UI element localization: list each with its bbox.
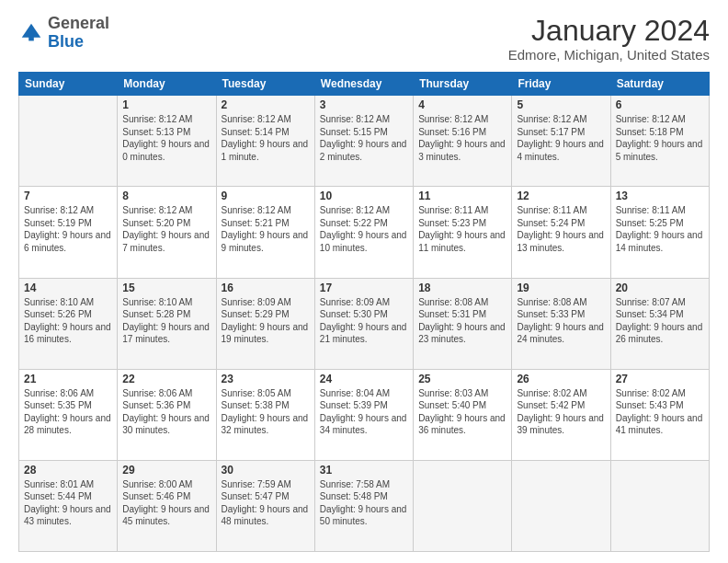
calendar-title: January 2024 [508, 15, 710, 47]
calendar-cell: 1Sunrise: 8:12 AMSunset: 5:13 PMDaylight… [118, 96, 216, 187]
daylight-text: Daylight: 9 hours and 4 minutes. [517, 138, 605, 163]
sunrise-text: Sunrise: 8:09 AM [320, 296, 408, 309]
day-number: 20 [616, 282, 704, 294]
sunrise-text: Sunrise: 8:05 AM [222, 387, 310, 400]
day-number: 19 [517, 282, 605, 294]
sunrise-text: Sunrise: 8:03 AM [418, 387, 506, 400]
sunrise-text: Sunrise: 8:11 AM [616, 204, 704, 217]
sunset-text: Sunset: 5:39 PM [320, 399, 408, 412]
sunrise-text: Sunrise: 8:12 AM [122, 113, 210, 126]
calendar-cell: 16Sunrise: 8:09 AMSunset: 5:29 PMDayligh… [216, 278, 314, 369]
daylight-text: Daylight: 9 hours and 21 minutes. [320, 321, 408, 346]
sunset-text: Sunset: 5:33 PM [517, 308, 605, 321]
daylight-text: Daylight: 9 hours and 6 minutes. [24, 229, 112, 254]
calendar-subtitle: Edmore, Michigan, United States [508, 47, 710, 63]
sunset-text: Sunset: 5:47 PM [222, 490, 310, 503]
sunrise-text: Sunrise: 8:12 AM [24, 204, 112, 217]
sunrise-text: Sunrise: 8:07 AM [616, 296, 704, 309]
day-number: 21 [24, 373, 112, 385]
daylight-text: Daylight: 9 hours and 28 minutes. [24, 412, 112, 437]
daylight-text: Daylight: 9 hours and 30 minutes. [122, 412, 210, 437]
day-number: 31 [320, 464, 408, 477]
sunset-text: Sunset: 5:29 PM [222, 308, 310, 321]
sunset-text: Sunset: 5:28 PM [122, 308, 210, 321]
calendar-week-2: 14Sunrise: 8:10 AMSunset: 5:26 PMDayligh… [19, 278, 710, 369]
logo-blue: Blue [48, 32, 84, 51]
daylight-text: Daylight: 9 hours and 5 minutes. [616, 138, 704, 163]
sunrise-text: Sunrise: 8:04 AM [320, 387, 408, 400]
sunrise-text: Sunrise: 8:09 AM [222, 296, 310, 309]
day-number: 23 [222, 373, 310, 385]
page: General Blue January 2024 Edmore, Michig… [0, 0, 728, 563]
calendar-cell: 3Sunrise: 8:12 AMSunset: 5:15 PMDaylight… [314, 96, 413, 187]
sunrise-text: Sunrise: 8:12 AM [320, 113, 408, 126]
calendar-week-0: 1Sunrise: 8:12 AMSunset: 5:13 PMDaylight… [19, 96, 710, 187]
day-number: 24 [320, 373, 408, 385]
logo: General Blue [18, 15, 109, 52]
sunrise-text: Sunrise: 8:12 AM [320, 204, 408, 217]
day-number: 16 [222, 282, 310, 294]
calendar-cell: 28Sunrise: 8:01 AMSunset: 5:44 PMDayligh… [19, 460, 118, 551]
header: General Blue January 2024 Edmore, Michig… [18, 15, 710, 63]
calendar-cell: 11Sunrise: 8:11 AMSunset: 5:23 PMDayligh… [414, 187, 512, 278]
calendar-cell: 2Sunrise: 8:12 AMSunset: 5:14 PMDaylight… [216, 96, 314, 187]
calendar-cell: 30Sunrise: 7:59 AMSunset: 5:47 PMDayligh… [216, 460, 314, 551]
day-number: 28 [24, 464, 112, 477]
sunrise-text: Sunrise: 7:58 AM [320, 478, 408, 491]
daylight-text: Daylight: 9 hours and 7 minutes. [122, 229, 210, 254]
sunset-text: Sunset: 5:13 PM [122, 126, 210, 139]
calendar-cell: 8Sunrise: 8:12 AMSunset: 5:20 PMDaylight… [118, 187, 216, 278]
day-number: 17 [320, 282, 408, 294]
sunset-text: Sunset: 5:16 PM [418, 126, 506, 139]
daylight-text: Daylight: 9 hours and 2 minutes. [320, 138, 408, 163]
sunrise-text: Sunrise: 8:06 AM [24, 387, 112, 400]
col-thursday: Thursday [414, 73, 512, 96]
sunrise-text: Sunrise: 8:12 AM [418, 113, 506, 126]
sunset-text: Sunset: 5:43 PM [616, 399, 704, 412]
day-number: 10 [320, 190, 408, 202]
sunrise-text: Sunrise: 8:12 AM [616, 113, 704, 126]
daylight-text: Daylight: 9 hours and 11 minutes. [418, 229, 506, 254]
daylight-text: Daylight: 9 hours and 1 minute. [222, 138, 310, 163]
calendar-cell: 4Sunrise: 8:12 AMSunset: 5:16 PMDaylight… [414, 96, 512, 187]
daylight-text: Daylight: 9 hours and 23 minutes. [418, 321, 506, 346]
calendar-cell: 27Sunrise: 8:02 AMSunset: 5:43 PMDayligh… [610, 369, 709, 460]
daylight-text: Daylight: 9 hours and 13 minutes. [517, 229, 605, 254]
sunrise-text: Sunrise: 8:08 AM [418, 296, 506, 309]
sunset-text: Sunset: 5:15 PM [320, 126, 408, 139]
day-number: 11 [418, 190, 506, 202]
calendar-cell: 19Sunrise: 8:08 AMSunset: 5:33 PMDayligh… [512, 278, 610, 369]
sunrise-text: Sunrise: 8:02 AM [517, 387, 605, 400]
day-number: 13 [616, 190, 704, 202]
sunset-text: Sunset: 5:26 PM [24, 308, 112, 321]
calendar-cell: 18Sunrise: 8:08 AMSunset: 5:31 PMDayligh… [414, 278, 512, 369]
daylight-text: Daylight: 9 hours and 32 minutes. [222, 412, 310, 437]
calendar-cell: 22Sunrise: 8:06 AMSunset: 5:36 PMDayligh… [118, 369, 216, 460]
calendar-cell: 17Sunrise: 8:09 AMSunset: 5:30 PMDayligh… [314, 278, 413, 369]
calendar-cell: 14Sunrise: 8:10 AMSunset: 5:26 PMDayligh… [19, 278, 118, 369]
day-number: 15 [122, 282, 210, 294]
title-block: January 2024 Edmore, Michigan, United St… [508, 15, 710, 63]
col-wednesday: Wednesday [314, 73, 413, 96]
header-row: Sunday Monday Tuesday Wednesday Thursday… [19, 73, 710, 96]
sunrise-text: Sunrise: 8:01 AM [24, 478, 112, 491]
daylight-text: Daylight: 9 hours and 14 minutes. [616, 229, 704, 254]
calendar-cell: 20Sunrise: 8:07 AMSunset: 5:34 PMDayligh… [610, 278, 709, 369]
col-friday: Friday [512, 73, 610, 96]
logo-icon [18, 20, 44, 46]
daylight-text: Daylight: 9 hours and 0 minutes. [122, 138, 210, 163]
daylight-text: Daylight: 9 hours and 34 minutes. [320, 412, 408, 437]
calendar-cell: 29Sunrise: 8:00 AMSunset: 5:46 PMDayligh… [118, 460, 216, 551]
calendar-week-3: 21Sunrise: 8:06 AMSunset: 5:35 PMDayligh… [19, 369, 710, 460]
calendar-week-4: 28Sunrise: 8:01 AMSunset: 5:44 PMDayligh… [19, 460, 710, 551]
daylight-text: Daylight: 9 hours and 36 minutes. [418, 412, 506, 437]
day-number: 30 [222, 464, 310, 477]
calendar-cell: 7Sunrise: 8:12 AMSunset: 5:19 PMDaylight… [19, 187, 118, 278]
sunrise-text: Sunrise: 8:12 AM [517, 113, 605, 126]
calendar-cell [19, 96, 118, 187]
svg-rect-1 [28, 34, 34, 40]
daylight-text: Daylight: 9 hours and 43 minutes. [24, 503, 112, 528]
calendar-cell: 15Sunrise: 8:10 AMSunset: 5:28 PMDayligh… [118, 278, 216, 369]
calendar-cell: 5Sunrise: 8:12 AMSunset: 5:17 PMDaylight… [512, 96, 610, 187]
daylight-text: Daylight: 9 hours and 10 minutes. [320, 229, 408, 254]
